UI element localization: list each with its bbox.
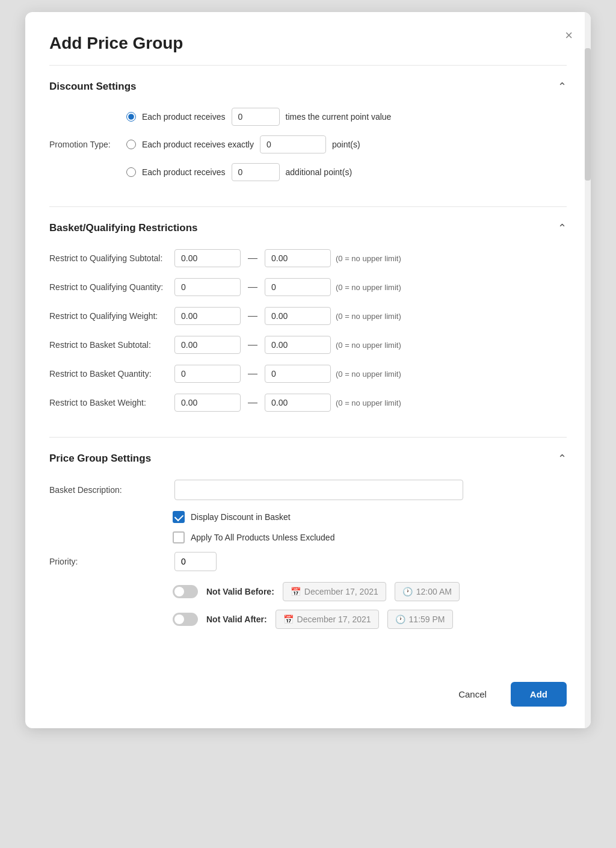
not-valid-after-label: Not Valid After: bbox=[206, 614, 267, 624]
promo-option-3-row: Each product receives additional point(s… bbox=[126, 163, 391, 181]
not-valid-before-date-value: December 17, 2021 bbox=[304, 587, 378, 596]
restriction-sep-0: — bbox=[245, 253, 260, 264]
not-valid-before-date[interactable]: 📅 December 17, 2021 bbox=[283, 582, 386, 601]
modal: Add Price Group × Discount Settings ⌃ Pr… bbox=[25, 12, 591, 728]
not-valid-after-time[interactable]: 🕐 11:59 PM bbox=[387, 610, 453, 629]
modal-header: Add Price Group × bbox=[25, 12, 591, 65]
basket-restrictions-chevron-icon[interactable]: ⌃ bbox=[558, 221, 567, 235]
restriction-sep-1: — bbox=[245, 282, 260, 292]
restriction-label-1: Restrict to Qualifying Quantity: bbox=[49, 282, 170, 292]
calendar-icon-after: 📅 bbox=[283, 614, 294, 624]
discount-settings-chevron-icon[interactable]: ⌃ bbox=[558, 80, 567, 93]
restriction-from-5[interactable] bbox=[174, 394, 241, 412]
display-discount-label: Display Discount in Basket bbox=[191, 512, 291, 522]
promo-option-2-after: point(s) bbox=[332, 140, 360, 149]
restriction-sep-3: — bbox=[245, 339, 260, 350]
restriction-row-4: Restrict to Basket Quantity: — (0 = no u… bbox=[49, 365, 567, 383]
restriction-from-1[interactable] bbox=[174, 278, 241, 296]
restriction-from-2[interactable] bbox=[174, 307, 241, 325]
promo-option-2-before: Each product receives exactly bbox=[142, 140, 254, 149]
promotion-type-label: Promotion Type: bbox=[49, 140, 122, 149]
apply-all-products-row: Apply To All Products Unless Excluded bbox=[173, 531, 567, 543]
price-group-settings-chevron-icon[interactable]: ⌃ bbox=[558, 452, 567, 465]
discount-settings-section: Discount Settings ⌃ Promotion Type: Each… bbox=[49, 65, 567, 206]
promo-option-1-input[interactable] bbox=[232, 108, 280, 126]
restriction-row-1: Restrict to Qualifying Quantity: — (0 = … bbox=[49, 278, 567, 296]
restriction-row-5: Restrict to Basket Weight: — (0 = no upp… bbox=[49, 394, 567, 412]
apply-all-products-checkbox[interactable] bbox=[173, 531, 185, 543]
price-group-settings-title: Price Group Settings bbox=[49, 453, 151, 465]
not-valid-after-date[interactable]: 📅 December 17, 2021 bbox=[276, 610, 379, 629]
modal-body: Discount Settings ⌃ Promotion Type: Each… bbox=[25, 65, 591, 670]
restriction-hint-3: (0 = no upper limit) bbox=[336, 341, 401, 350]
not-valid-before-time-value: 12:00 AM bbox=[416, 587, 452, 596]
promotion-type-row: Promotion Type: Each product receives ti… bbox=[49, 108, 567, 181]
not-valid-after-date-value: December 17, 2021 bbox=[297, 614, 371, 624]
restriction-to-1[interactable] bbox=[265, 278, 331, 296]
promo-option-2-input[interactable] bbox=[260, 135, 326, 153]
restriction-label-5: Restrict to Basket Weight: bbox=[49, 398, 170, 407]
restriction-to-2[interactable] bbox=[265, 307, 331, 325]
not-valid-after-toggle[interactable] bbox=[173, 613, 198, 626]
restriction-label-2: Restrict to Qualifying Weight: bbox=[49, 311, 170, 321]
discount-settings-header: Discount Settings ⌃ bbox=[49, 80, 567, 93]
price-group-settings-header: Price Group Settings ⌃ bbox=[49, 452, 567, 465]
restriction-to-0[interactable] bbox=[265, 249, 331, 267]
basket-description-row: Basket Description: bbox=[49, 480, 567, 500]
promo-option-3-before: Each product receives bbox=[142, 167, 226, 177]
basket-restrictions-section: Basket/Qualifying Restrictions ⌃ Restric… bbox=[49, 206, 567, 437]
not-valid-before-toggle[interactable] bbox=[173, 585, 198, 598]
promo-option-3-input[interactable] bbox=[232, 163, 280, 181]
promo-radio-2[interactable] bbox=[126, 140, 136, 149]
clock-icon-before: 🕐 bbox=[402, 587, 413, 596]
clock-icon-after: 🕐 bbox=[395, 614, 405, 624]
promo-radio-1[interactable] bbox=[126, 112, 136, 122]
restriction-label-3: Restrict to Basket Subtotal: bbox=[49, 340, 170, 350]
apply-all-products-label: Apply To All Products Unless Excluded bbox=[191, 533, 334, 542]
priority-input[interactable] bbox=[174, 552, 217, 571]
restriction-to-4[interactable] bbox=[265, 365, 331, 383]
close-button[interactable]: × bbox=[565, 29, 573, 42]
promo-option-3-after: additional point(s) bbox=[286, 167, 353, 177]
restriction-row-3: Restrict to Basket Subtotal: — (0 = no u… bbox=[49, 336, 567, 354]
display-discount-row: Display Discount in Basket bbox=[173, 511, 567, 523]
restriction-to-5[interactable] bbox=[265, 394, 331, 412]
restriction-sep-5: — bbox=[245, 397, 260, 408]
restriction-to-3[interactable] bbox=[265, 336, 331, 354]
display-discount-checkbox[interactable] bbox=[173, 511, 185, 523]
not-valid-after-time-value: 11:59 PM bbox=[409, 614, 445, 624]
not-valid-after-row: Not Valid After: 📅 December 17, 2021 🕐 1… bbox=[173, 610, 567, 629]
restriction-from-4[interactable] bbox=[174, 365, 241, 383]
restriction-hint-1: (0 = no upper limit) bbox=[336, 283, 401, 292]
basket-restrictions-title: Basket/Qualifying Restrictions bbox=[49, 222, 198, 234]
modal-footer: Cancel Add bbox=[25, 670, 591, 728]
restriction-from-0[interactable] bbox=[174, 249, 241, 267]
restriction-hint-5: (0 = no upper limit) bbox=[336, 398, 401, 407]
scrollbar-track[interactable] bbox=[585, 12, 591, 728]
restriction-hint-2: (0 = no upper limit) bbox=[336, 312, 401, 321]
modal-title: Add Price Group bbox=[49, 34, 567, 53]
priority-label: Priority: bbox=[49, 557, 170, 566]
not-valid-before-row: Not Valid Before: 📅 December 17, 2021 🕐 … bbox=[173, 582, 567, 601]
promo-option-2-row: Each product receives exactly point(s) bbox=[126, 135, 391, 153]
restriction-from-3[interactable] bbox=[174, 336, 241, 354]
not-valid-before-time[interactable]: 🕐 12:00 AM bbox=[395, 582, 460, 601]
promo-radio-3[interactable] bbox=[126, 167, 136, 177]
priority-row: Priority: bbox=[49, 552, 567, 571]
promo-option-1-before: Each product receives bbox=[142, 112, 226, 122]
scrollbar-thumb[interactable] bbox=[585, 48, 591, 181]
restriction-row-2: Restrict to Qualifying Weight: — (0 = no… bbox=[49, 307, 567, 325]
promo-option-1-row: Each product receives times the current … bbox=[126, 108, 391, 126]
promo-option-1-after: times the current point value bbox=[286, 112, 392, 122]
restriction-sep-2: — bbox=[245, 311, 260, 321]
restriction-label-0: Restrict to Qualifying Subtotal: bbox=[49, 253, 170, 263]
basket-description-input[interactable] bbox=[174, 480, 463, 500]
restriction-row-0: Restrict to Qualifying Subtotal: — (0 = … bbox=[49, 249, 567, 267]
basket-restrictions-header: Basket/Qualifying Restrictions ⌃ bbox=[49, 221, 567, 235]
promotion-type-radio-group: Each product receives times the current … bbox=[126, 108, 391, 181]
cancel-button[interactable]: Cancel bbox=[444, 682, 501, 707]
price-group-settings-section: Price Group Settings ⌃ Basket Descriptio… bbox=[49, 437, 567, 652]
restriction-hint-4: (0 = no upper limit) bbox=[336, 370, 401, 379]
add-button[interactable]: Add bbox=[511, 682, 567, 707]
basket-description-label: Basket Description: bbox=[49, 485, 170, 495]
